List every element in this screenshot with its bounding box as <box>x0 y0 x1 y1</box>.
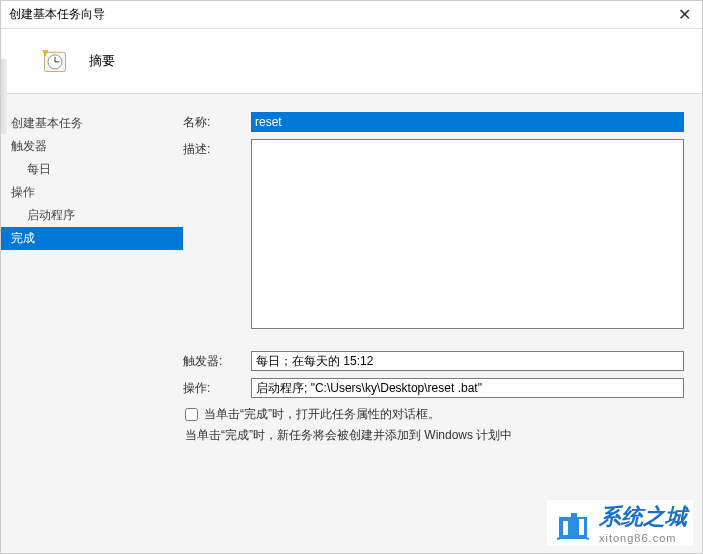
sidebar-item-daily[interactable]: 每日 <box>1 158 183 181</box>
description-row: 描述: <box>183 139 684 329</box>
description-textarea[interactable] <box>251 139 684 329</box>
open-properties-checkbox-row: 当单击“完成”时，打开此任务属性的对话框。 <box>183 406 684 423</box>
name-input[interactable] <box>251 112 684 132</box>
action-label: 操作: <box>183 378 251 397</box>
wizard-sidebar: 创建基本任务 触发器 每日 操作 启动程序 完成 <box>1 94 183 553</box>
svg-rect-6 <box>563 521 568 535</box>
wizard-window: 创建基本任务向导 ✕ 摘要 创建基本任务 触发器 每日 操作 启动程序 完成 <box>0 0 703 554</box>
watermark-sub-text: xitong86.com <box>599 532 687 544</box>
main-content: 创建基本任务 触发器 每日 操作 启动程序 完成 名称: 描述: 触发器: 操作 <box>1 94 702 553</box>
close-icon[interactable]: ✕ <box>674 5 694 24</box>
action-input[interactable] <box>251 378 684 398</box>
window-title: 创建基本任务向导 <box>9 6 105 23</box>
name-row: 名称: <box>183 112 684 132</box>
page-title: 摘要 <box>89 52 115 70</box>
finish-info-text: 当单击“完成”时，新任务将会被创建并添加到 Windows 计划中 <box>183 427 684 444</box>
watermark-logo-icon <box>553 503 593 543</box>
sidebar-item-start-program[interactable]: 启动程序 <box>1 204 183 227</box>
trigger-input[interactable] <box>251 351 684 371</box>
sidebar-item-finish[interactable]: 完成 <box>1 227 183 250</box>
open-properties-label: 当单击“完成”时，打开此任务属性的对话框。 <box>204 406 440 423</box>
watermark-text: 系统之城 xitong86.com <box>599 502 687 544</box>
svg-rect-7 <box>571 513 577 535</box>
left-strip-decoration <box>1 59 7 134</box>
open-properties-checkbox[interactable] <box>185 408 198 421</box>
sidebar-item-action[interactable]: 操作 <box>1 181 183 204</box>
header-section: 摘要 <box>1 29 702 94</box>
summary-icon <box>41 47 69 75</box>
sidebar-item-trigger[interactable]: 触发器 <box>1 135 183 158</box>
svg-rect-8 <box>579 519 584 535</box>
watermark-main-text: 系统之城 <box>599 502 687 532</box>
sidebar-item-create-task[interactable]: 创建基本任务 <box>1 112 183 135</box>
action-row: 操作: <box>183 378 684 398</box>
trigger-row: 触发器: <box>183 351 684 371</box>
titlebar: 创建基本任务向导 ✕ <box>1 1 702 29</box>
trigger-label: 触发器: <box>183 351 251 370</box>
name-label: 名称: <box>183 112 251 131</box>
description-label: 描述: <box>183 139 251 158</box>
form-area: 名称: 描述: 触发器: 操作: 当单击“完成”时，打开此任务属性的对话框。 当… <box>183 94 702 553</box>
watermark: 系统之城 xitong86.com <box>547 500 693 546</box>
